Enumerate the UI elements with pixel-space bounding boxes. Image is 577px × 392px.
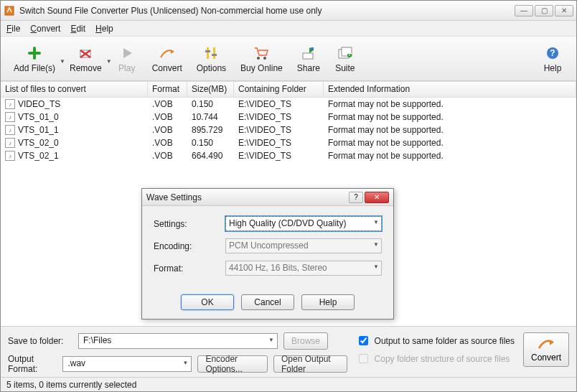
col-format[interactable]: Format xyxy=(148,82,187,97)
plus-icon xyxy=(26,45,43,62)
svg-point-9 xyxy=(263,57,266,60)
play-button[interactable]: Play xyxy=(109,42,145,76)
dialog-title: Wave Settings xyxy=(146,192,349,202)
col-ext[interactable]: Extended Information xyxy=(324,82,576,97)
help-icon: ? xyxy=(544,45,561,62)
menu-help[interactable]: Help xyxy=(95,24,113,34)
menubar: File Convert Edit Help xyxy=(1,21,576,37)
titlebar: Switch Sound File Converter Plus (Unlice… xyxy=(1,1,576,21)
svg-rect-11 xyxy=(311,47,314,50)
help-button[interactable]: ? Help xyxy=(535,42,571,76)
dialog-close-button[interactable]: ✕ xyxy=(365,192,389,203)
format-label: Format: xyxy=(154,263,225,274)
buy-online-button[interactable]: Buy Online xyxy=(233,42,290,76)
settings-select[interactable]: High Quality (CD/DVD Quality)▼ xyxy=(225,216,382,231)
encoder-options-button[interactable]: Encoder Options... xyxy=(197,355,268,373)
copy-folder-structure-checkbox: Copy folder structure of source files xyxy=(356,352,515,365)
table-row[interactable]: ♪VTS_01_1.VOB895.729E:\VIDEO_TSFormat ma… xyxy=(1,123,576,136)
window-title: Switch Sound File Converter Plus (Unlice… xyxy=(19,6,515,16)
minimize-button[interactable]: — xyxy=(515,5,533,17)
table-row[interactable]: ♪VTS_02_1.VOB664.490E:\VIDEO_TSFormat ma… xyxy=(1,149,576,162)
remove-button[interactable]: Remove ▼ xyxy=(62,42,109,76)
options-icon xyxy=(202,45,220,62)
menu-edit[interactable]: Edit xyxy=(70,24,85,34)
toolbar: Add File(s) ▼ Remove ▼ Play Convert Opti… xyxy=(1,37,576,81)
format-select: 44100 Hz, 16 Bits, Stereo▼ xyxy=(225,261,382,276)
remove-icon xyxy=(77,45,94,62)
open-output-folder-button[interactable]: Open Output Folder xyxy=(273,355,347,373)
table-row[interactable]: ♪VIDEO_TS.VOB0.150E:\VIDEO_TSFormat may … xyxy=(1,98,576,111)
col-file[interactable]: List of files to convert xyxy=(1,82,148,97)
audio-file-icon: ♪ xyxy=(5,99,15,109)
cart-icon xyxy=(253,45,270,62)
svg-text:?: ? xyxy=(550,48,555,58)
convert-button[interactable]: Convert xyxy=(523,332,569,367)
audio-file-icon: ♪ xyxy=(5,125,15,135)
output-format-label: Output Format: xyxy=(8,354,57,374)
svg-rect-7 xyxy=(212,54,217,56)
settings-label: Settings: xyxy=(154,219,225,229)
share-icon xyxy=(300,45,317,62)
svg-rect-6 xyxy=(205,50,210,52)
save-folder-combo[interactable]: F:\Files▼ xyxy=(78,333,278,349)
maximize-button[interactable]: ▢ xyxy=(535,5,553,17)
dialog-help-btn[interactable]: Help xyxy=(301,294,355,310)
convert-toolbar-button[interactable]: Convert xyxy=(145,42,189,76)
menu-convert[interactable]: Convert xyxy=(30,24,60,34)
add-files-button[interactable]: Add File(s) ▼ xyxy=(6,42,62,76)
svg-rect-4 xyxy=(207,47,209,59)
svg-point-8 xyxy=(257,57,260,60)
cancel-button[interactable]: Cancel xyxy=(241,294,294,310)
suite-icon: + xyxy=(337,45,354,62)
save-folder-label: Save to folder: xyxy=(8,336,72,346)
convert-icon xyxy=(159,45,176,62)
chevron-down-icon: ▼ xyxy=(182,360,188,366)
play-icon xyxy=(118,45,136,62)
app-icon xyxy=(4,5,15,17)
table-row[interactable]: ♪VTS_01_0.VOB10.744E:\VIDEO_TSFormat may… xyxy=(1,111,576,123)
svg-rect-5 xyxy=(213,47,215,59)
column-headers: List of files to convert Format Size(MB)… xyxy=(1,82,576,98)
chevron-down-icon: ▼ xyxy=(268,337,274,343)
output-format-combo[interactable]: .wav▼ xyxy=(62,356,192,372)
status-bar: 5 items, 0 items currently selected xyxy=(1,377,576,391)
encoding-label: Encoding: xyxy=(154,241,225,251)
share-button[interactable]: Share xyxy=(290,42,327,76)
chevron-down-icon: ▼ xyxy=(373,263,379,270)
bottom-panel: Save to folder: F:\Files▼ Browse Output … xyxy=(1,326,576,377)
dialog-help-button[interactable]: ? xyxy=(349,192,363,203)
options-button[interactable]: Options xyxy=(189,42,233,76)
menu-file[interactable]: File xyxy=(6,24,20,34)
file-list: List of files to convert Format Size(MB)… xyxy=(1,81,576,326)
chevron-down-icon: ▼ xyxy=(373,219,379,225)
browse-button[interactable]: Browse xyxy=(283,332,328,350)
close-button[interactable]: ✕ xyxy=(555,5,573,17)
svg-text:+: + xyxy=(347,49,352,59)
ok-button[interactable]: OK xyxy=(181,294,234,310)
convert-icon xyxy=(538,337,555,351)
svg-rect-10 xyxy=(303,53,313,59)
col-folder[interactable]: Containing Folder xyxy=(234,82,324,97)
audio-file-icon: ♪ xyxy=(5,112,15,122)
audio-file-icon: ♪ xyxy=(5,138,15,148)
wave-settings-dialog: Wave Settings ? ✕ Settings: High Quality… xyxy=(141,188,394,319)
audio-file-icon: ♪ xyxy=(5,151,15,161)
table-row[interactable]: ♪VTS_02_0.VOB0.150E:\VIDEO_TSFormat may … xyxy=(1,136,576,149)
col-size[interactable]: Size(MB) xyxy=(187,82,234,97)
chevron-down-icon: ▼ xyxy=(373,241,379,248)
suite-button[interactable]: + Suite xyxy=(327,42,363,76)
output-same-folder-checkbox[interactable]: Output to same folder as source files xyxy=(356,334,515,347)
encoding-select: PCM Uncompressed▼ xyxy=(225,238,382,253)
